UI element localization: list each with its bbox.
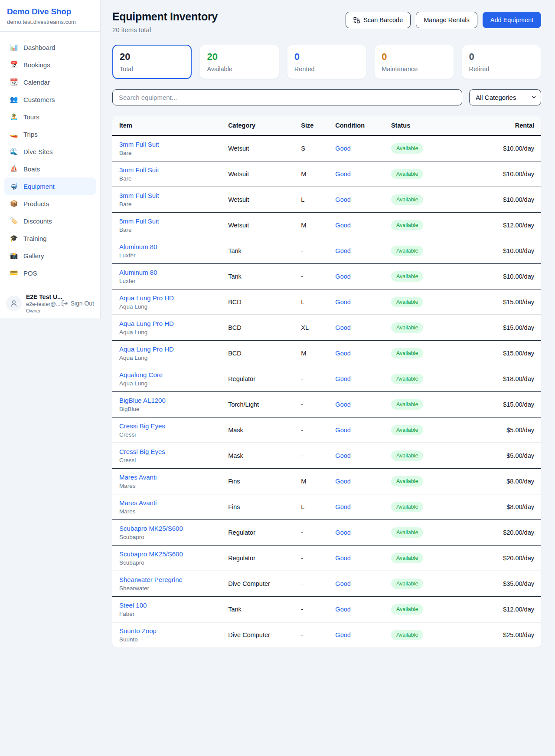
stat-label: Maintenance: [382, 66, 446, 72]
scan-barcode-button[interactable]: Scan Barcode: [346, 12, 411, 28]
sidebar-item-calendar[interactable]: 📆Calendar: [4, 73, 96, 91]
condition-link[interactable]: Good: [335, 171, 350, 177]
item-link[interactable]: Aluminum 80: [119, 243, 219, 250]
condition-cell: Good: [331, 494, 387, 520]
condition-link[interactable]: Good: [335, 196, 350, 203]
sign-out-button[interactable]: Sign Out: [61, 300, 94, 307]
category-value: BCD: [228, 324, 242, 331]
size-cell: -: [297, 264, 331, 289]
rental-cell: $5.00/day: [460, 417, 541, 443]
category-value: Tank: [228, 273, 242, 280]
condition-cell: Good: [331, 469, 387, 494]
item-link[interactable]: Scubapro MK25/S600: [119, 550, 219, 558]
table-row: 3mm Full SuitBareWetsuitSGoodAvailable$1…: [112, 135, 541, 161]
category-select[interactable]: All Categories: [469, 89, 541, 105]
sidebar-item-gallery[interactable]: 📸Gallery: [4, 247, 96, 264]
condition-cell: Good: [331, 597, 387, 622]
size-value: -: [301, 529, 303, 536]
item-link[interactable]: Suunto Zoop: [119, 627, 219, 634]
item-link[interactable]: 3mm Full Suit: [119, 192, 219, 199]
sidebar-item-pos[interactable]: 💳POS: [4, 264, 96, 282]
rental-cell: $5.00/day: [460, 443, 541, 469]
user-icon: [10, 299, 18, 307]
sidebar-item-trips[interactable]: 🚤Trips: [4, 125, 96, 143]
sidebar-item-tours[interactable]: 🏝️Tours: [4, 108, 96, 125]
table-row: Aluminum 80LuxferTank-GoodAvailable$10.0…: [112, 264, 541, 289]
item-cell: Scubapro MK25/S600Scubapro: [112, 520, 224, 546]
condition-link[interactable]: Good: [335, 247, 350, 254]
condition-link[interactable]: Good: [335, 324, 350, 331]
sidebar-item-products[interactable]: 📦Products: [4, 195, 96, 212]
sidebar-item-boats[interactable]: ⛵Boats: [4, 160, 96, 177]
item-link[interactable]: Scubapro MK25/S600: [119, 525, 219, 532]
condition-link[interactable]: Good: [335, 555, 350, 562]
table-row: Scubapro MK25/S600ScubaproRegulator-Good…: [112, 520, 541, 546]
condition-link[interactable]: Good: [335, 529, 350, 536]
size-cell: M: [297, 469, 331, 494]
item-link[interactable]: Aluminum 80: [119, 269, 219, 276]
sidebar-item-equipment[interactable]: 🤿Equipment: [4, 177, 96, 195]
condition-link[interactable]: Good: [335, 375, 350, 382]
condition-link[interactable]: Good: [335, 350, 350, 357]
rental-value: $35.00/day: [503, 580, 534, 587]
item-link[interactable]: Aqua Lung Pro HD: [119, 320, 219, 327]
item-link[interactable]: Aqua Lung Pro HD: [119, 294, 219, 302]
sidebar-nav: 📊Dashboard📅Bookings📆Calendar👥Customers🏝️…: [0, 32, 100, 288]
sidebar-item-bookings[interactable]: 📅Bookings: [4, 56, 96, 73]
sidebar-item-customers[interactable]: 👥Customers: [4, 91, 96, 108]
condition-link[interactable]: Good: [335, 580, 350, 587]
item-link[interactable]: Mares Avanti: [119, 473, 219, 481]
item-link[interactable]: Cressi Big Eyes: [119, 422, 219, 430]
sidebar-item-discounts[interactable]: 🏷️Discounts: [4, 212, 96, 230]
rental-cell: $15.00/day: [460, 315, 541, 341]
category-value: Tank: [228, 247, 242, 254]
item-cell: Cressi Big EyesCressi: [112, 443, 224, 469]
condition-cell: Good: [331, 289, 387, 315]
rental-value: $5.00/day: [506, 452, 534, 459]
sidebar-item-training[interactable]: 🎓Training: [4, 230, 96, 247]
rental-cell: $20.00/day: [460, 546, 541, 571]
item-link[interactable]: 3mm Full Suit: [119, 141, 219, 148]
stat-card-rented[interactable]: 0Rented: [287, 45, 366, 79]
condition-link[interactable]: Good: [335, 145, 350, 152]
item-link[interactable]: Aqua Lung Pro HD: [119, 345, 219, 353]
condition-link[interactable]: Good: [335, 427, 350, 434]
item-cell: Aqualung CoreAqua Lung: [112, 366, 224, 392]
condition-link[interactable]: Good: [335, 478, 350, 485]
category-value: Wetsuit: [228, 222, 249, 229]
condition-link[interactable]: Good: [335, 503, 350, 510]
sidebar-item-dive-sites[interactable]: 🌊Dive Sites: [4, 143, 96, 160]
item-link[interactable]: Aqualung Core: [119, 371, 219, 378]
sidebar-item-dashboard[interactable]: 📊Dashboard: [4, 39, 96, 56]
stat-card-maintenance[interactable]: 0Maintenance: [374, 45, 454, 79]
item-link[interactable]: Shearwater Peregrine: [119, 576, 219, 583]
condition-link[interactable]: Good: [335, 631, 350, 638]
item-link[interactable]: Steel 100: [119, 602, 219, 609]
item-brand: BigBlue: [119, 406, 219, 412]
category-cell: Wetsuit: [224, 187, 297, 213]
stat-card-retired[interactable]: 0Retired: [462, 45, 541, 79]
condition-link[interactable]: Good: [335, 222, 350, 229]
condition-link[interactable]: Good: [335, 606, 350, 613]
condition-link[interactable]: Good: [335, 401, 350, 408]
add-equipment-button[interactable]: Add Equipment: [483, 12, 541, 28]
rental-cell: $15.00/day: [460, 341, 541, 366]
package-icon: 📦: [10, 200, 18, 207]
category-cell: Wetsuit: [224, 161, 297, 187]
item-link[interactable]: Mares Avanti: [119, 499, 219, 506]
condition-link[interactable]: Good: [335, 299, 350, 306]
manage-rentals-button[interactable]: Manage Rentals: [416, 12, 477, 28]
condition-link[interactable]: Good: [335, 273, 350, 280]
condition-link[interactable]: Good: [335, 452, 350, 459]
category-cell: Mask: [224, 443, 297, 469]
category-cell: Regulator: [224, 366, 297, 392]
stat-card-total[interactable]: 20Total: [112, 45, 192, 79]
stat-card-available[interactable]: 20Available: [199, 45, 279, 79]
item-link[interactable]: BigBlue AL1200: [119, 397, 219, 404]
status-badge: Available: [391, 322, 424, 333]
search-input[interactable]: [112, 89, 462, 105]
item-link[interactable]: Cressi Big Eyes: [119, 448, 219, 455]
item-link[interactable]: 5mm Full Suit: [119, 217, 219, 225]
table-row: Cressi Big EyesCressiMask-GoodAvailable$…: [112, 417, 541, 443]
item-link[interactable]: 3mm Full Suit: [119, 166, 219, 174]
